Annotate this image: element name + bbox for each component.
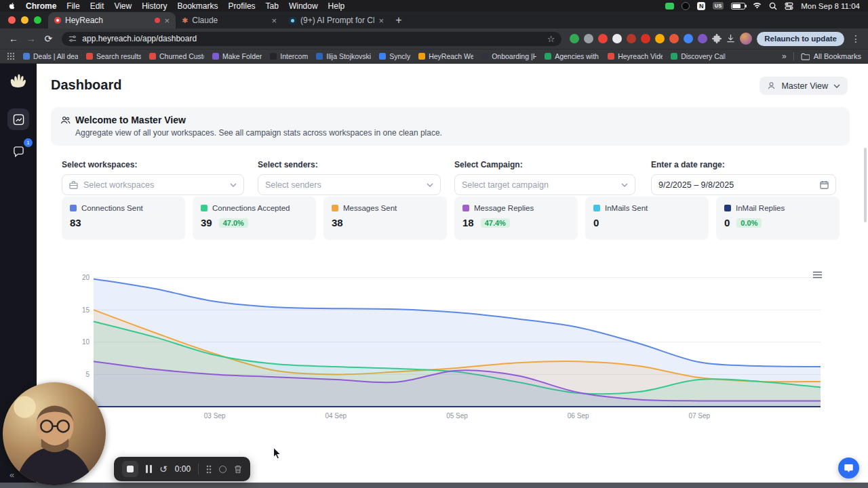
bookmark-item[interactable]: Syncly	[379, 52, 410, 60]
content-scrollbar[interactable]	[864, 148, 867, 222]
forward-button[interactable]: →	[23, 30, 39, 47]
senders-select[interactable]: Select senders	[258, 174, 441, 195]
menubar-item[interactable]: Window	[289, 1, 318, 11]
extension-icon[interactable]	[612, 34, 622, 43]
keyboard-layout-icon[interactable]: US	[713, 2, 724, 9]
restart-recording-icon[interactable]: ↺	[159, 464, 167, 474]
intercom-chat-button[interactable]	[838, 458, 859, 479]
heyreach-logo[interactable]	[8, 70, 28, 91]
extension-icon[interactable]	[669, 34, 679, 43]
campaign-filter: Select Campaign: Select target campaign	[454, 160, 635, 195]
webcam-overlay[interactable]	[3, 382, 106, 485]
workspace-selector[interactable]: Master View	[760, 77, 848, 95]
bookmark-item[interactable]: Search results - ilij...	[86, 52, 141, 60]
extension-icon[interactable]	[684, 34, 693, 43]
tab-strip: HeyReach × ✱ Claude × (9+) AI Prompt for…	[0, 12, 868, 28]
extension-icon[interactable]	[598, 34, 608, 43]
tab-close-icon[interactable]: ×	[164, 16, 170, 25]
bookmark-item[interactable]: Ilija Stojkovski | Ca...	[316, 52, 371, 60]
tab-title: HeyReach	[65, 16, 151, 25]
svg-text:20: 20	[82, 274, 90, 281]
bookmark-item[interactable]: Churned Customer...	[149, 52, 204, 60]
tab-close-icon[interactable]: ×	[271, 16, 277, 25]
window-minimize-button[interactable]	[21, 16, 28, 24]
spotlight-search-icon[interactable]	[769, 2, 777, 10]
campaign-filter-label: Select Campaign:	[454, 160, 635, 169]
downloads-icon[interactable]	[726, 34, 735, 43]
chevron-down-icon	[230, 183, 237, 187]
url-text[interactable]: app.heyreach.io/app/dashboard	[82, 34, 541, 43]
relaunch-button[interactable]: Relaunch to update	[757, 32, 844, 46]
reload-button[interactable]: ⟳	[41, 30, 57, 47]
chevron-down-icon	[621, 183, 628, 187]
window-zoom-button[interactable]	[34, 16, 41, 24]
profile-avatar[interactable]	[740, 33, 752, 45]
stat-label: Messages Sent	[343, 204, 397, 212]
menubar-item[interactable]: Profiles	[229, 1, 256, 11]
wifi-icon[interactable]	[753, 2, 762, 9]
control-center-icon[interactable]	[785, 2, 793, 10]
extension-icon[interactable]	[570, 34, 579, 43]
date-range-value: 9/2/2025 – 9/8/2025	[658, 180, 734, 190]
workspaces-select[interactable]: Select workspaces	[62, 174, 244, 195]
menubar-item[interactable]: Help	[328, 1, 345, 11]
bookmark-item[interactable]: HeyReach Webho...	[418, 52, 473, 60]
window-close-button[interactable]	[8, 16, 16, 24]
new-tab-button[interactable]: +	[390, 12, 408, 28]
browser-menu-icon[interactable]: ⋮	[849, 33, 863, 44]
calendar-icon[interactable]	[820, 180, 829, 189]
extension-icon[interactable]	[655, 34, 665, 43]
sidebar-item-inbox[interactable]: 1	[7, 141, 29, 163]
bookmark-item[interactable]: Intercom	[270, 52, 308, 60]
bookmark-item[interactable]: Make Folder	[212, 52, 262, 60]
sidebar-collapse-icon[interactable]: «	[9, 470, 14, 480]
sidebar-item-analytics[interactable]	[7, 108, 29, 130]
pause-recording-button[interactable]	[146, 465, 152, 473]
menubar-item[interactable]: File	[66, 1, 79, 11]
campaign-select[interactable]: Select target campaign	[454, 174, 635, 195]
date-range-input[interactable]: 9/2/2025 – 9/8/2025	[651, 174, 836, 195]
extension-icon[interactable]	[584, 34, 593, 43]
extension-icon[interactable]	[641, 34, 650, 43]
notion-menubar-icon[interactable]: N	[697, 2, 705, 10]
tab-heyreach[interactable]: HeyReach ×	[48, 12, 176, 28]
menubar-item[interactable]: Edit	[90, 1, 104, 11]
bookmark-item[interactable]: Agencies with Mul...	[545, 52, 599, 60]
tab-ai-prompt[interactable]: (9+) AI Prompt for Claude ×	[283, 12, 390, 28]
back-button[interactable]: ←	[5, 30, 22, 47]
status-app-icon[interactable]	[682, 2, 690, 10]
apple-menu-icon[interactable]	[8, 2, 16, 9]
bookmark-item[interactable]: Onboarding |Hey...	[481, 52, 536, 60]
bookmark-item[interactable]: Discovery Calls -...	[671, 52, 726, 60]
menubar-item[interactable]: Tab	[266, 1, 279, 11]
menubar-item[interactable]: Chrome	[26, 1, 56, 11]
apps-grid-icon[interactable]	[7, 52, 15, 60]
extensions-puzzle-icon[interactable]	[712, 34, 722, 43]
extension-icon[interactable]	[698, 34, 707, 43]
bookmark-item[interactable]: Heyreach Videos -...	[608, 52, 663, 60]
blur-tool-icon[interactable]	[219, 466, 226, 473]
tab-claude[interactable]: ✱ Claude ×	[176, 12, 283, 28]
screen-share-icon[interactable]	[665, 3, 674, 9]
bookmark-item[interactable]: Deals | All deals	[23, 52, 78, 60]
battery-icon[interactable]	[731, 3, 745, 9]
delete-recording-icon[interactable]	[234, 465, 242, 474]
menubar-clock[interactable]: Mon Sep 8 11:04	[801, 2, 860, 10]
drag-handle-icon[interactable]	[206, 465, 212, 474]
bookmarks-overflow-icon[interactable]: »	[782, 52, 787, 61]
stat-card: Messages Sent 38	[323, 197, 447, 240]
menubar-item[interactable]: History	[142, 1, 167, 11]
tab-close-icon[interactable]: ×	[378, 16, 384, 25]
stop-recording-button[interactable]	[122, 461, 138, 477]
site-info-icon[interactable]	[68, 35, 77, 43]
bookmark-favicon	[86, 53, 93, 60]
menubar-item[interactable]: Bookmarks	[178, 1, 218, 11]
menubar-status-area: N US Mon Sep 8 11:04	[665, 2, 860, 10]
bookmark-star-icon[interactable]: ☆	[547, 35, 555, 43]
menubar-item[interactable]: View	[114, 1, 132, 11]
workspaces-select-value: Select workspaces	[83, 180, 154, 190]
chart-menu-icon[interactable]	[811, 270, 824, 280]
extension-icon[interactable]	[627, 34, 636, 43]
address-bar[interactable]: app.heyreach.io/app/dashboard ☆	[62, 32, 561, 46]
all-bookmarks-button[interactable]: All Bookmarks	[793, 52, 861, 60]
